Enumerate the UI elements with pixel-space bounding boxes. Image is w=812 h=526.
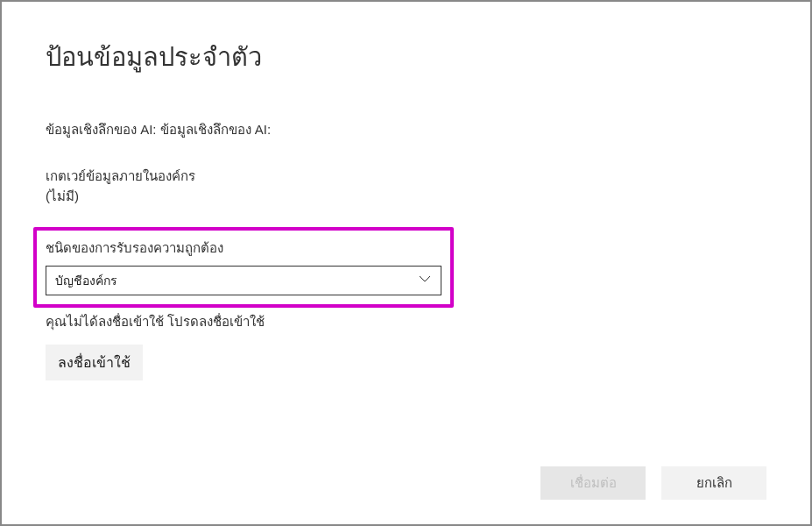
page-title: ป้อนข้อมูลประจำตัว [46,37,766,77]
auth-type-select[interactable]: บัญชีองค์กร [46,266,441,295]
cancel-button[interactable]: ยกเลิก [661,466,766,500]
chevron-down-icon [418,272,432,289]
auth-type-label: ชนิดของการรับรองความถูกต้อง [46,238,441,259]
ai-insights-line: ข้อมูลเชิงลึกของ AI: ข้อมูลเชิงลึกของ AI… [46,119,766,140]
auth-type-highlight: ชนิดของการรับรองความถูกต้อง บัญชีองค์กร [33,227,454,308]
gateway-label: เกตเวย์ข้อมูลภายในองค์กร [46,167,766,187]
gateway-value: (ไม่มี) [46,187,766,207]
credentials-dialog: ป้อนข้อมูลประจำตัว ข้อมูลเชิงลึกของ AI: … [2,2,810,524]
dialog-footer: เชื่อมต่อ ยกเลิก [540,466,766,500]
signin-message: คุณไม่ได้ลงชื่อเข้าใช้ โปรดลงชื่อเข้าใช้ [46,311,766,332]
signin-button[interactable]: ลงชื่อเข้าใช้ [46,345,143,380]
connect-button[interactable]: เชื่อมต่อ [540,466,646,500]
gateway-info: เกตเวย์ข้อมูลภายในองค์กร (ไม่มี) [46,167,766,206]
auth-type-selected-value: บัญชีองค์กร [55,271,117,290]
